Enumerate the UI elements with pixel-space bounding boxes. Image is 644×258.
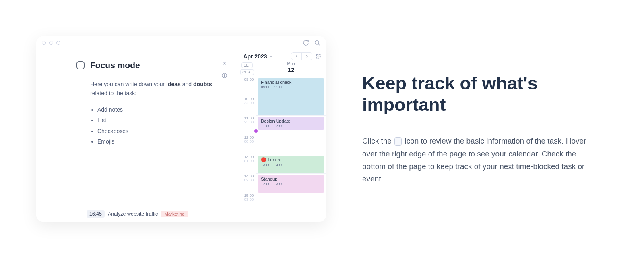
calendar-grid[interactable]: 09:0010:0022:0011:0023:0012:0000:0013:00… bbox=[238, 77, 326, 222]
close-icon[interactable] bbox=[222, 60, 227, 66]
day-number-label: 12 bbox=[256, 66, 326, 73]
calendar-event[interactable]: Financial check09:00 - 11:00 bbox=[258, 78, 324, 115]
chevron-down-icon bbox=[269, 54, 274, 59]
next-task-time: 16:45 bbox=[87, 210, 105, 218]
current-time-indicator bbox=[256, 131, 324, 131]
window-minimize-dot[interactable] bbox=[49, 41, 53, 45]
svg-point-0 bbox=[315, 41, 319, 44]
timezone-column: CETCEST bbox=[238, 62, 256, 75]
focus-bullet-list: Add notesListCheckboxesEmojis bbox=[90, 105, 212, 146]
calendar-event[interactable]: Standup12:00 - 13:00 bbox=[258, 175, 324, 193]
calendar-event[interactable]: 🔴 Lunch13:00 - 14:00 bbox=[258, 156, 324, 173]
window-close-dot[interactable] bbox=[42, 41, 46, 45]
hour-label: 12:0000:00 bbox=[238, 135, 256, 154]
calendar-event[interactable]: Design Update11:00 - 12:00 bbox=[258, 117, 324, 130]
timezone-pill[interactable]: CET bbox=[242, 62, 253, 68]
headline: Keep track of what's important bbox=[362, 73, 596, 115]
focus-pane: Focus mode Here you can write down your … bbox=[36, 49, 238, 222]
focus-bullet-item: Emojis bbox=[97, 137, 212, 146]
svg-point-3 bbox=[318, 56, 319, 57]
info-icon-inline: i bbox=[394, 137, 402, 146]
focus-description[interactable]: Here you can write down your ideas and d… bbox=[90, 80, 212, 148]
focus-bullet-item: List bbox=[97, 116, 212, 125]
calendar-prev-button[interactable] bbox=[291, 53, 301, 60]
hour-label: 13:0001:00 bbox=[238, 154, 256, 173]
next-task-tag: Marketing bbox=[161, 211, 188, 217]
calendar-month-picker[interactable]: Apr 2023 bbox=[243, 53, 273, 60]
chevron-right-icon bbox=[305, 54, 309, 58]
hour-label: 11:0023:00 bbox=[238, 115, 256, 135]
event-time: 12:00 - 13:00 bbox=[261, 181, 321, 186]
info-icon[interactable] bbox=[221, 73, 227, 79]
chevron-left-icon bbox=[294, 54, 299, 58]
event-name: Design Update bbox=[261, 119, 321, 123]
focus-bullet-item: Add notes bbox=[97, 105, 212, 114]
hour-label: 15:0003:00 bbox=[238, 193, 256, 212]
hour-label: 14:0002:00 bbox=[238, 173, 256, 193]
hour-label: 09:00 bbox=[238, 77, 256, 96]
gear-icon[interactable] bbox=[316, 54, 321, 59]
day-of-week-label: Mon bbox=[256, 62, 326, 66]
focus-title: Focus mode bbox=[90, 60, 140, 70]
calendar-nav bbox=[291, 52, 312, 60]
search-icon[interactable] bbox=[314, 40, 320, 46]
timezone-pill[interactable]: CEST bbox=[240, 69, 254, 75]
window-titlebar bbox=[36, 36, 326, 49]
event-name: Financial check bbox=[261, 80, 321, 85]
event-time: 09:00 - 11:00 bbox=[261, 85, 321, 89]
sync-icon[interactable] bbox=[303, 40, 309, 46]
focus-intro-bold: ideas bbox=[166, 81, 181, 87]
focus-intro-bold: doubts bbox=[193, 81, 212, 87]
event-time: 13:00 - 14:00 bbox=[261, 162, 321, 167]
event-name: 🔴 Lunch bbox=[261, 157, 321, 162]
calendar-next-button[interactable] bbox=[301, 53, 312, 60]
task-checkbox[interactable] bbox=[76, 61, 85, 69]
focus-bullet-item: Checkboxes bbox=[97, 127, 212, 135]
hour-label: 10:0022:00 bbox=[238, 96, 256, 115]
marketing-text: Keep track of what's important Click the… bbox=[362, 73, 596, 185]
calendar-month-label: Apr 2023 bbox=[243, 53, 267, 60]
calendar-day-header: Mon 12 bbox=[256, 62, 326, 75]
calendar-pane: Apr 2023 bbox=[238, 49, 326, 222]
app-window: Focus mode Here you can write down your … bbox=[36, 36, 326, 222]
window-traffic-lights[interactable] bbox=[42, 41, 60, 45]
svg-point-2 bbox=[225, 75, 225, 75]
focus-intro-text: Here you can write down your bbox=[90, 81, 166, 87]
description: Click the i icon to review the basic inf… bbox=[362, 135, 596, 185]
next-task-bar[interactable]: 16:45 Analyze website traffic Marketing bbox=[36, 210, 238, 218]
event-time: 11:00 - 12:00 bbox=[261, 123, 321, 128]
window-maximize-dot[interactable] bbox=[56, 41, 60, 45]
event-name: Standup bbox=[261, 177, 321, 181]
next-task-name: Analyze website traffic bbox=[108, 211, 158, 217]
